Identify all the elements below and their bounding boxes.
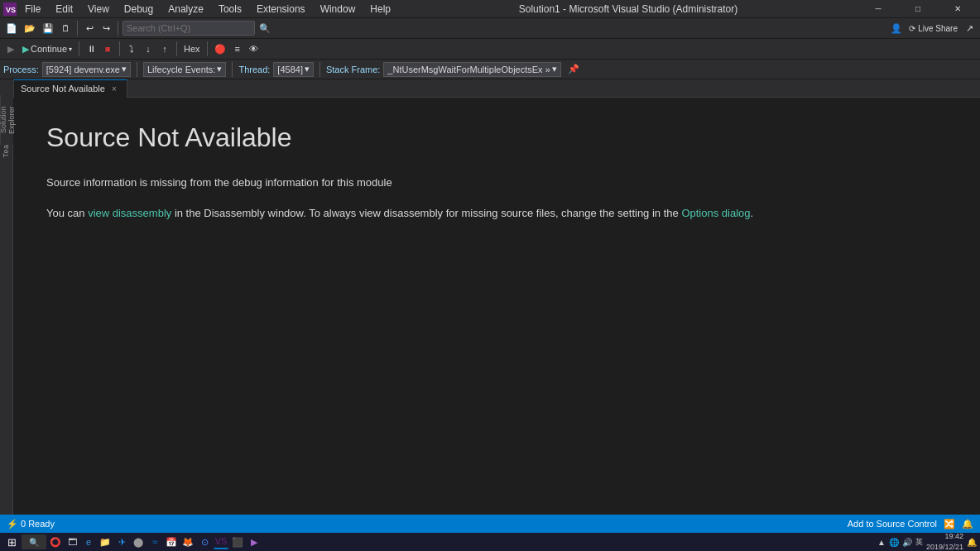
stack-value: _NtUserMsgWaitForMultipleObjectsEx » bbox=[387, 65, 550, 74]
content-area: Source Not Available Source information … bbox=[13, 98, 980, 515]
taskbar-vs-active[interactable]: VS bbox=[214, 534, 228, 549]
menu-debug[interactable]: Debug bbox=[118, 0, 160, 18]
open-btn[interactable]: 📂 bbox=[22, 20, 38, 36]
vs-logo: VS bbox=[3, 2, 17, 16]
sep-d3 bbox=[319, 62, 320, 77]
minimize-button[interactable]: ─ bbox=[859, 0, 897, 18]
breakpoints-btn[interactable]: 🔴 bbox=[212, 41, 228, 57]
solution-explorer-label: Solution Explorer bbox=[0, 95, 13, 145]
search-input[interactable] bbox=[122, 21, 255, 36]
taskbar-chrome[interactable]: ⊙ bbox=[197, 534, 212, 549]
sep-2 bbox=[118, 21, 118, 36]
taskbar-firefox[interactable]: 🦊 bbox=[180, 534, 195, 549]
note-prefix: You can bbox=[46, 207, 88, 219]
thread-dropdown-arrow: ▾ bbox=[305, 64, 310, 74]
save-all-btn[interactable]: 🗒 bbox=[58, 20, 73, 36]
thread-dropdown[interactable]: [4584] ▾ bbox=[273, 62, 314, 77]
lifecycle-dropdown-arrow: ▾ bbox=[217, 64, 222, 74]
pause-btn[interactable]: ⏸ bbox=[84, 41, 98, 57]
taskbar-cortana[interactable]: ⭕ bbox=[48, 534, 63, 549]
sep-1 bbox=[77, 21, 78, 36]
debug-start-btn[interactable]: ▶ bbox=[3, 41, 18, 57]
menu-edit[interactable]: Edit bbox=[49, 0, 79, 18]
menu-bar: VS File Edit View Debug Analyze Tools Ex… bbox=[0, 0, 980, 18]
source-control-label[interactable]: Add to Source Control bbox=[848, 519, 937, 529]
sep-d1 bbox=[137, 62, 137, 77]
view-disassembly-link[interactable]: view disassembly bbox=[88, 207, 171, 219]
search-btn[interactable]: 🔍 bbox=[257, 20, 273, 36]
continue-btn[interactable]: ▶ Continue ▾ bbox=[20, 41, 74, 57]
debug-bar: Process: [5924] devenv.exe ▾ Lifecycle E… bbox=[0, 60, 980, 79]
feedback-btn[interactable]: ↗ bbox=[962, 20, 977, 36]
step-out-btn[interactable]: ↑ bbox=[157, 41, 172, 57]
time-display: 19:42 bbox=[926, 531, 963, 542]
taskbar-search[interactable]: 🔍 bbox=[22, 534, 46, 549]
tab-bar: Solution Explorer Source Not Available × bbox=[0, 79, 980, 98]
hex-btn[interactable]: Hex bbox=[181, 41, 203, 57]
step-into-btn[interactable]: ↓ bbox=[141, 41, 156, 57]
taskbar-vscode[interactable]: ≈ bbox=[147, 534, 162, 549]
window-title: Solution1 - Microsoft Visual Studio (Adm… bbox=[399, 3, 858, 15]
notifications-icon[interactable]: 🔔 bbox=[962, 519, 973, 529]
process-dropdown[interactable]: [5924] devenv.exe ▾ bbox=[42, 62, 131, 77]
taskbar-up-arrow[interactable]: ▲ bbox=[877, 538, 886, 547]
ready-label: 0 Ready bbox=[21, 519, 55, 529]
save-btn[interactable]: 💾 bbox=[40, 20, 56, 36]
thread-value: [4584] bbox=[277, 65, 303, 74]
taskbar-taskview[interactable]: 🗔 bbox=[65, 534, 79, 549]
options-dialog-link[interactable]: Options dialog bbox=[681, 207, 750, 219]
stop-btn[interactable]: ■ bbox=[100, 41, 115, 57]
menu-tools[interactable]: Tools bbox=[212, 0, 248, 18]
network-icon: 🌐 bbox=[889, 538, 899, 547]
date-display: 2019/12/21 bbox=[926, 542, 963, 551]
note-middle: in the Disassembly window. To always vie… bbox=[171, 207, 681, 219]
menu-analyze[interactable]: Analyze bbox=[161, 0, 210, 18]
maximize-button[interactable]: □ bbox=[899, 0, 937, 18]
taskbar-terminal[interactable]: ⬛ bbox=[230, 534, 245, 549]
lifecycle-label: Lifecycle Events: bbox=[147, 65, 216, 74]
menu-view[interactable]: View bbox=[81, 0, 116, 18]
close-button[interactable]: ✕ bbox=[939, 0, 977, 18]
taskbar-telegram[interactable]: ✈ bbox=[114, 534, 129, 549]
sep-d2 bbox=[232, 62, 233, 77]
redo-btn[interactable]: ↪ bbox=[98, 20, 113, 36]
taskbar-clock: 19:42 2019/12/21 bbox=[926, 531, 963, 551]
taskbar-files[interactable]: 📁 bbox=[98, 534, 113, 549]
continue-label: Continue bbox=[31, 44, 67, 54]
sep-3 bbox=[79, 41, 79, 56]
status-right: Add to Source Control 🔀 🔔 bbox=[848, 519, 973, 529]
step-over-btn[interactable]: ⤵ bbox=[124, 41, 139, 57]
menu-file[interactable]: File bbox=[18, 0, 47, 18]
tab-label: Source Not Available bbox=[21, 84, 105, 93]
start-button[interactable]: ⊞ bbox=[3, 534, 20, 549]
sep-6 bbox=[207, 41, 208, 56]
taskbar-vs2[interactable]: ▶ bbox=[247, 534, 262, 549]
user-icon[interactable]: 👤 bbox=[888, 20, 905, 36]
thread-label: Thread: bbox=[238, 65, 270, 74]
menu-help[interactable]: Help bbox=[363, 0, 397, 18]
ready-icon: ⚡ bbox=[7, 519, 18, 529]
tab-close-btn[interactable]: × bbox=[108, 83, 120, 94]
toolbar-1: 📄 📂 💾 🗒 ↩ ↪ 🔍 👤 ⟳ Live Share ↗ bbox=[0, 18, 980, 39]
stack-pin-btn[interactable]: 📌 bbox=[568, 64, 579, 74]
menu-extensions[interactable]: Extensions bbox=[250, 0, 312, 18]
taskbar-right: ▲ 🌐 🔊 英 19:42 2019/12/21 🔔 bbox=[877, 531, 977, 551]
source-not-available-tab[interactable]: Source Not Available × bbox=[13, 79, 127, 98]
stack-label: Stack Frame: bbox=[326, 65, 380, 74]
new-project-btn[interactable]: 📄 bbox=[3, 20, 20, 36]
callstack-btn[interactable]: ≡ bbox=[230, 41, 245, 57]
ime-label: 英 bbox=[915, 537, 923, 548]
watch-btn[interactable]: 👁 bbox=[247, 41, 262, 57]
taskbar-calendar[interactable]: 📅 bbox=[164, 534, 179, 549]
taskbar-edge[interactable]: e bbox=[81, 534, 96, 549]
live-share-btn[interactable]: ⟳ Live Share bbox=[906, 20, 960, 36]
sep-5 bbox=[176, 41, 177, 56]
taskbar-browser[interactable]: ⬤ bbox=[131, 534, 146, 549]
undo-btn[interactable]: ↩ bbox=[82, 20, 97, 36]
windows-taskbar: ⊞ 🔍 ⭕ 🗔 e 📁 ✈ ⬤ ≈ 📅 🦊 ⊙ VS ⬛ ▶ ▲ 🌐 🔊 英 1… bbox=[0, 533, 980, 551]
lifecycle-dropdown[interactable]: Lifecycle Events: ▾ bbox=[143, 62, 227, 77]
start-icon: ⊞ bbox=[7, 536, 17, 549]
stack-dropdown[interactable]: _NtUserMsgWaitForMultipleObjectsEx » ▾ bbox=[383, 62, 560, 77]
menu-window[interactable]: Window bbox=[314, 0, 363, 18]
notification-center[interactable]: 🔔 bbox=[967, 538, 977, 547]
